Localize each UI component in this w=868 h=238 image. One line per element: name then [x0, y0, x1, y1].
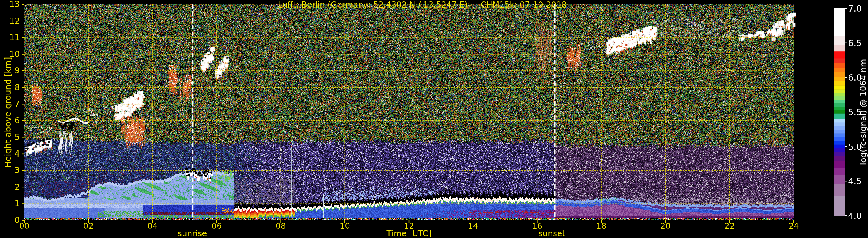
y-tick-label: 9.: [0, 66, 22, 75]
y-tick-label: 11.: [0, 33, 22, 42]
y-tick-label: 6.: [0, 116, 22, 125]
x-tick-label: 14: [462, 221, 485, 231]
x-tick-label: 02: [77, 221, 100, 231]
ceilometer-quicklook: Lufft: Berlin (Germany; 52.4302 N / 13.5…: [0, 0, 868, 238]
x-tick-label: 22: [718, 221, 741, 231]
x-tick-label: 24: [782, 221, 805, 231]
x-tick-label: 20: [654, 221, 677, 231]
colorbar-tick-label: 6.5: [848, 38, 862, 48]
y-tick-label: 1.: [0, 199, 22, 208]
colorbar-tick-label: 5.0: [848, 142, 862, 152]
y-tick-label: 2.: [0, 182, 22, 192]
y-tick-label: 12.: [0, 16, 22, 26]
y-tick-label: 5.: [0, 132, 22, 142]
y-tick-label: 4.: [0, 149, 22, 159]
x-tick-label: 10: [333, 221, 356, 231]
colorbar-tick-label: 5.5: [848, 107, 862, 117]
y-tick-label: 7.: [0, 99, 22, 109]
colorbar-tick-label: 6.0: [848, 72, 862, 82]
y-tick-label: 8.: [0, 82, 22, 92]
x-tick-label: 12: [397, 221, 421, 231]
y-tick-label: 13.: [0, 0, 22, 9]
y-tick-label: 10.: [0, 49, 22, 59]
colorbar-tick-label: 4.5: [848, 176, 862, 186]
heatmap-canvas: [0, 0, 868, 238]
x-tick-label: 16: [526, 221, 549, 231]
x-tick-label: 08: [269, 221, 292, 231]
x-tick-label: 04: [141, 221, 164, 231]
y-tick-label: 3.: [0, 166, 22, 175]
x-tick-label: 18: [590, 221, 613, 231]
colorbar-tick-label: 4.0: [848, 211, 862, 221]
y-tick-label: 0.: [0, 215, 22, 225]
plot-title: Lufft: Berlin (Germany; 52.4302 N / 13.5…: [260, 0, 584, 9]
x-tick-label: 06: [205, 221, 228, 231]
colorbar-tick-label: 7.0: [848, 3, 862, 13]
